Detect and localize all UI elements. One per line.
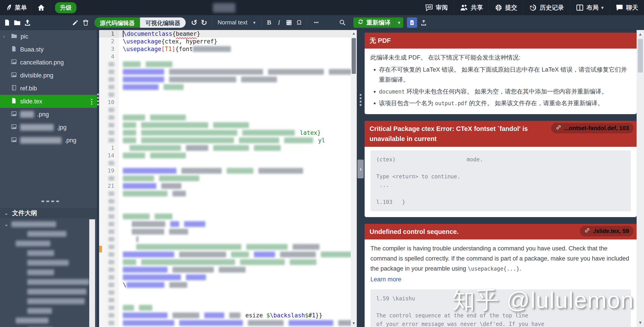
sidebar-editor-divider[interactable] <box>97 30 99 327</box>
panel-scroll-thumb[interactable] <box>638 39 643 73</box>
code-line[interactable] <box>99 258 351 266</box>
italic-button[interactable]: I <box>274 19 284 26</box>
file-tree-item-slide.tex[interactable]: slide.tex⋮ <box>0 95 99 108</box>
code-line[interactable]: 10 <box>99 99 351 106</box>
outline-item[interactable] <box>0 277 99 287</box>
panel-resize-handle[interactable] <box>42 201 59 202</box>
code-line[interactable]: esize $\backslash$#1}} <box>99 311 351 319</box>
source-code-editor[interactable]: 1\documentclass{beamer}2\usepackage{ctex… <box>99 30 351 327</box>
editor-scroll-thumb[interactable] <box>352 38 356 74</box>
outline-item[interactable] <box>0 325 99 327</box>
code-line[interactable]: 14 <box>99 152 351 159</box>
code-line[interactable] <box>99 304 351 311</box>
code-line[interactable] <box>99 106 351 114</box>
code-line[interactable] <box>99 273 351 281</box>
view-pdf-button[interactable] <box>407 18 417 28</box>
scroll-down-arrow[interactable]: ▼ <box>351 321 357 326</box>
learn-more-link[interactable]: Learn more <box>370 274 401 284</box>
outline-scrollbar[interactable] <box>89 219 95 327</box>
code-line[interactable] <box>99 296 351 304</box>
rename-pencil-button[interactable] <box>70 18 80 28</box>
topbar-submit-button[interactable]: 提交 <box>489 0 523 15</box>
code-line[interactable] <box>99 251 351 258</box>
code-line[interactable] <box>99 83 351 91</box>
code-line[interactable]: 3\usepackage[T1]{font <box>99 45 351 53</box>
file-outline-header[interactable]: ⌄ 文件大纲 <box>0 208 99 218</box>
code-line[interactable] <box>99 175 351 182</box>
outline-item[interactable] <box>0 239 99 248</box>
topbar-layout-button[interactable]: 布局▾ <box>570 0 609 15</box>
code-line[interactable] <box>99 243 351 251</box>
code-line[interactable] <box>99 76 351 83</box>
delete-trash-button[interactable] <box>80 18 91 28</box>
menu-button[interactable]: 菜单 <box>0 0 31 15</box>
topbar-chat-button[interactable]: 聊天 <box>610 0 644 15</box>
search-icon[interactable] <box>337 18 348 28</box>
upgrade-button[interactable]: 升级 <box>55 2 76 13</box>
new-folder-button[interactable] <box>12 18 22 28</box>
code-line[interactable] <box>99 114 351 121</box>
topbar-review-button[interactable]: Ab审阅 <box>419 0 454 15</box>
outline-item[interactable]: ⌄ <box>0 219 99 229</box>
divider-drag-dots[interactable] <box>360 94 362 106</box>
panel-scrollbar[interactable]: ▲ ▼ <box>636 30 644 327</box>
code-line[interactable]: 1 <box>99 144 351 152</box>
outline-item[interactable] <box>0 287 99 296</box>
visual-editor-tab[interactable]: 可视化编辑器 <box>140 18 186 28</box>
file-tree-item-cancellation.png[interactable]: cancellation.png <box>0 56 99 69</box>
code-line[interactable]: 2\usepackage{ctex, hyperref} <box>99 38 351 45</box>
code-line[interactable] <box>99 91 351 99</box>
home-button[interactable] <box>32 0 51 15</box>
symbol-omega-button[interactable]: Ω <box>294 19 304 26</box>
error-location-link[interactable]: ./slide.tex, 59 <box>580 226 634 236</box>
code-line[interactable]: 19 <box>99 167 351 175</box>
code-line[interactable] <box>99 220 351 228</box>
code-line[interactable]: 4 <box>99 53 351 61</box>
outline-item[interactable] <box>0 248 99 258</box>
upload-button[interactable] <box>22 18 33 28</box>
file-tree-item-redactedpng[interactable]: .png <box>0 134 99 147</box>
outline-item[interactable] <box>0 296 99 306</box>
file-tree-item-pic[interactable]: ›pic <box>0 30 99 43</box>
outline-item[interactable] <box>0 315 99 325</box>
code-line[interactable] <box>99 121 351 129</box>
file-tree-item-ref.bib[interactable]: ref.bib <box>0 82 99 95</box>
outline-item[interactable] <box>0 306 99 315</box>
outline-item[interactable] <box>0 267 99 277</box>
code-line[interactable] <box>99 228 351 235</box>
new-file-button[interactable] <box>2 18 12 28</box>
outline-item[interactable] <box>0 258 99 267</box>
source-editor-tab[interactable]: 源代码编辑器 <box>94 18 140 28</box>
code-line[interactable] <box>99 319 351 327</box>
code-line[interactable] <box>99 213 351 220</box>
download-pdf-button[interactable] <box>418 18 429 28</box>
more-tools-button[interactable]: ••• <box>310 20 323 25</box>
file-tree-item-divisible.png[interactable]: divisible.png <box>0 69 99 82</box>
divider-drag-dots[interactable] <box>97 94 99 105</box>
recompile-options-caret[interactable]: ▾ <box>394 18 403 28</box>
code-line[interactable] <box>99 205 351 213</box>
code-line[interactable] <box>99 68 351 76</box>
file-tree-item-redactedjpg[interactable]: .jpg <box>0 121 99 134</box>
editor-panel-divider[interactable] <box>357 30 364 327</box>
outline-item[interactable] <box>0 229 99 239</box>
undo-button[interactable]: ↺ <box>189 18 199 27</box>
collapse-panel-handle[interactable]: › <box>358 160 364 178</box>
scroll-up-arrow[interactable]: ▲ <box>636 32 644 37</box>
code-line[interactable] <box>99 190 351 197</box>
code-line[interactable]: \ <box>99 281 351 289</box>
math-insert-button[interactable] <box>284 18 294 28</box>
scroll-down-arrow[interactable]: ▼ <box>636 320 644 325</box>
file-menu-kebab-icon[interactable]: ⋮ <box>88 98 95 105</box>
code-line[interactable]: latex} <box>99 129 351 137</box>
error-location-link[interactable]: ...ontset-fandol.def, 103 <box>551 123 634 133</box>
code-line[interactable] <box>99 61 351 68</box>
chevron-right-icon[interactable]: › <box>3 33 8 40</box>
topbar-share-button[interactable]: 共享 <box>454 0 489 15</box>
code-line[interactable] <box>99 235 351 243</box>
editor-scrollbar[interactable]: ▲ ▼ <box>351 30 357 327</box>
recompile-button[interactable]: 重新编译 ▾ <box>354 18 403 28</box>
code-line[interactable] <box>99 159 351 167</box>
code-line[interactable] <box>99 266 351 273</box>
code-line[interactable] <box>99 289 351 296</box>
